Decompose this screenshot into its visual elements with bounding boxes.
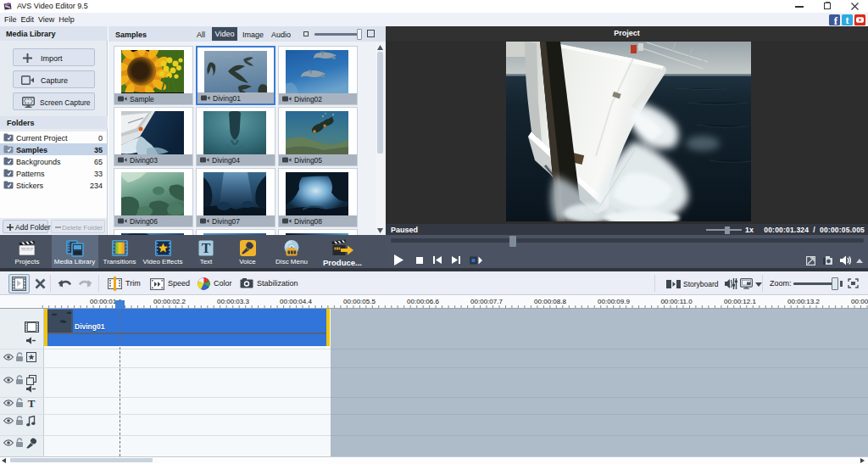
svg-text:t: t xyxy=(846,14,849,25)
svg-text:T: T xyxy=(202,241,211,255)
svg-text:00:00:03.3: 00:00:03.3 xyxy=(217,298,249,305)
svg-text:00:00:04.4: 00:00:04.4 xyxy=(280,298,312,305)
svg-text:f: f xyxy=(834,14,838,25)
svg-text:00:00:13.2: 00:00:13.2 xyxy=(787,298,820,305)
svg-text:00:00:02.2: 00:00:02.2 xyxy=(153,298,186,305)
svg-text:00:00:14.3: 00:00:14.3 xyxy=(851,298,868,305)
svg-text:T: T xyxy=(28,398,36,408)
svg-text:00:00:05.5: 00:00:05.5 xyxy=(343,298,376,305)
svg-text:00:00:06.6: 00:00:06.6 xyxy=(407,298,439,305)
svg-text:00:00:09.9: 00:00:09.9 xyxy=(598,298,630,305)
svg-text:00:00:12.1: 00:00:12.1 xyxy=(724,298,756,305)
svg-text:00:00:08.8: 00:00:08.8 xyxy=(534,298,566,305)
svg-text:00:00:07.7: 00:00:07.7 xyxy=(470,298,503,305)
svg-text:00:00:11.0: 00:00:11.0 xyxy=(660,298,693,305)
